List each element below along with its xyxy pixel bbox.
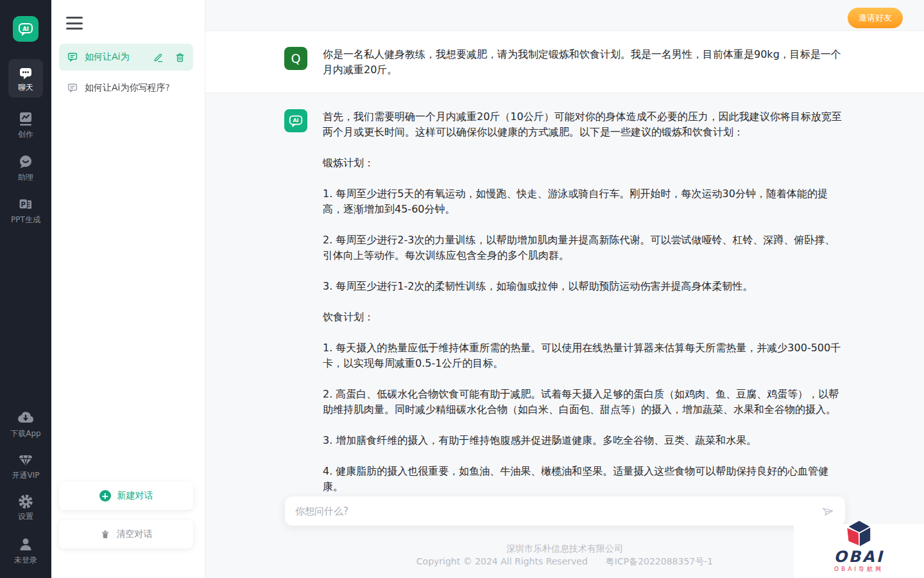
rail-item-settings[interactable]: 设置	[0, 494, 51, 521]
app-logo[interactable]: AI	[13, 16, 38, 42]
question-text: 你是一名私人健身教练，我想要减肥，请为我制定锻炼和饮食计划。我是一名男性，目前体…	[323, 47, 844, 92]
new-chat-label: 新建对话	[117, 490, 153, 502]
smiley-bubble-icon	[17, 153, 34, 170]
obai-cube-icon	[844, 518, 874, 550]
user-icon	[17, 536, 34, 553]
topbar: 邀请好友	[205, 0, 924, 31]
rail-item-assistant[interactable]: 助理	[0, 153, 51, 182]
chat-main: 邀请好友 Q 你是一名私人健身教练，我想要减肥，请为我制定锻炼和饮食计划。我是一…	[205, 0, 924, 578]
svg-text:AI: AI	[22, 26, 29, 32]
ppt-document-icon: P	[17, 196, 34, 213]
answer-paragraph: 饮食计划：	[323, 310, 844, 325]
answer-paragraph: 锻炼计划：	[323, 155, 844, 171]
rail-item-ppt[interactable]: P PPT生成	[0, 196, 51, 224]
edit-pencil-icon[interactable]	[153, 52, 164, 63]
message-input[interactable]	[295, 505, 821, 517]
chat-history-icon	[67, 51, 78, 63]
plus-icon: +	[99, 490, 111, 502]
rail-item-create[interactable]: 创作	[0, 110, 51, 139]
user-message: Q 你是一名私人健身教练，我想要减肥，请为我制定锻炼和饮食计划。我是一名男性，目…	[205, 31, 924, 93]
question-avatar: Q	[284, 47, 307, 70]
message-input-bar	[284, 496, 846, 526]
new-chat-button[interactable]: + 新建对话	[59, 482, 193, 510]
rail-item-label: 设置	[18, 512, 33, 521]
cloud-download-icon	[17, 410, 35, 426]
menu-toggle-icon[interactable]	[66, 17, 83, 30]
rail-item-label: PPT生成	[11, 215, 40, 224]
obai-wordmark: OBAI	[834, 550, 884, 564]
history-item-active[interactable]: 如何让Ai为	[59, 44, 193, 71]
rail-item-label: 未登录	[14, 556, 37, 565]
rail-item-label: 助理	[18, 173, 33, 182]
ai-bubble-logo-icon: AI	[287, 112, 304, 129]
trend-chart-icon	[17, 110, 34, 127]
history-sidebar: 如何让Ai为	[51, 0, 205, 578]
clear-chat-label: 清空对话	[117, 529, 153, 540]
invite-friends-button[interactable]: 邀请好友	[848, 8, 903, 28]
rail-item-download-app[interactable]: 下载App	[0, 410, 51, 438]
answer-paragraph: 首先，我们需要明确一个月内减重20斤（10公斤）可能对你的身体造成不必要的压力，…	[323, 109, 844, 140]
answer-paragraph: 2. 高蛋白、低碳水化合物饮食可能有助于减肥。试着每天摄入足够的蛋白质（如鸡肉、…	[323, 387, 844, 417]
history-item[interactable]: 如何让Ai为你写程序?	[59, 74, 193, 101]
clear-trash-icon	[100, 529, 110, 539]
rail-item-label: 开通VIP	[12, 471, 40, 480]
answer-paragraph: 1. 每天摄入的热量应低于维持体重所需的热量。可以使用在线热量计算器来估算每天所…	[323, 340, 844, 371]
obai-logo-box: OBAI OBAI导航网	[794, 524, 924, 578]
rail-item-chat[interactable]: 聊天	[8, 59, 43, 98]
delete-trash-icon[interactable]	[175, 52, 185, 63]
rail-item-label: 下载App	[10, 429, 40, 438]
send-icon[interactable]	[821, 504, 835, 518]
clear-chat-button[interactable]: 清空对话	[59, 520, 193, 548]
app-rail: AI 聊天 创作	[0, 0, 51, 578]
answer-paragraph: 4. 健康脂肪的摄入也很重要，如鱼油、牛油果、橄榄油和坚果。适量摄入这些食物可以…	[323, 464, 844, 495]
svg-text:AI: AI	[293, 118, 298, 123]
rail-item-login[interactable]: 未登录	[0, 536, 51, 565]
answer-paragraph: 1. 每周至少进行5天的有氧运动，如慢跑、快走、游泳或骑自行车。刚开始时，每次运…	[323, 186, 844, 217]
svg-text:P: P	[21, 201, 26, 208]
vip-diamond-icon	[17, 451, 35, 468]
history-item-title: 如何让Ai为你写程序?	[85, 82, 185, 94]
obai-subtitle: OBAI导航网	[834, 565, 884, 574]
answer-paragraph: 3. 每周至少进行1-2次的柔韧性训练，如瑜伽或拉伸，以帮助预防运动伤害并提高身…	[323, 279, 844, 294]
rail-item-label: 创作	[18, 130, 33, 139]
answer-paragraph: 3. 增加膳食纤维的摄入，有助于维持饱腹感并促进肠道健康。多吃全谷物、豆类、蔬菜…	[323, 433, 844, 448]
chat-bubble-icon	[18, 66, 33, 81]
chat-history-icon	[67, 82, 78, 94]
ai-bubble-logo-icon: AI	[17, 20, 35, 38]
history-item-title: 如何让Ai为	[85, 51, 146, 63]
ai-avatar: AI	[284, 109, 307, 132]
answer-paragraph: 2. 每周至少进行2-3次的力量训练，以帮助增加肌肉量并提高新陈代谢。可以尝试做…	[323, 232, 844, 263]
rail-item-vip[interactable]: 开通VIP	[0, 451, 51, 480]
rail-item-label: 聊天	[18, 83, 33, 92]
gear-icon	[18, 494, 33, 509]
